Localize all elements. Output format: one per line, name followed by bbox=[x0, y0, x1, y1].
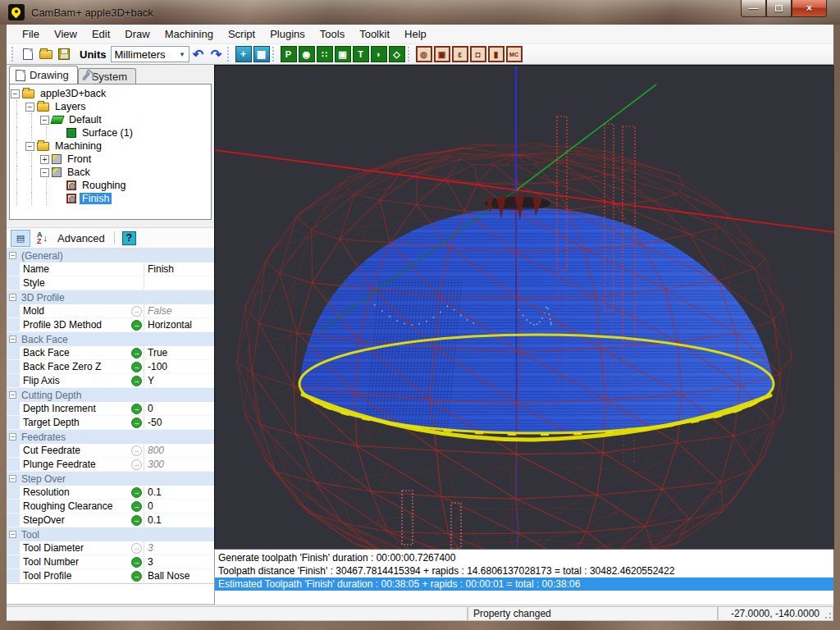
3d-viewport[interactable] bbox=[214, 65, 833, 549]
collapse-icon[interactable]: − bbox=[9, 294, 16, 301]
category-row[interactable]: −Back Face bbox=[7, 332, 214, 346]
tree-item-roughing[interactable]: −Roughing bbox=[10, 179, 211, 192]
property-value[interactable]: 0.1 bbox=[144, 514, 214, 527]
property-row[interactable]: Tool Diameter→3 bbox=[7, 541, 214, 555]
property-value[interactable]: 0 bbox=[144, 500, 214, 513]
new-file-button[interactable] bbox=[20, 46, 36, 62]
property-value[interactable]: 300 bbox=[144, 458, 214, 471]
property-value[interactable]: 800 bbox=[144, 444, 214, 457]
tree-item-layers[interactable]: −Layers bbox=[10, 100, 211, 113]
menu-item-plugins[interactable]: Plugins bbox=[262, 25, 313, 43]
property-value[interactable]: 3 bbox=[144, 555, 214, 568]
category-row[interactable]: −Step Over bbox=[7, 472, 214, 486]
sort-alphabetical-button[interactable]: AZ ↓ bbox=[37, 231, 48, 244]
category-row[interactable]: −Feedrates bbox=[7, 430, 214, 444]
property-value[interactable]: True bbox=[144, 346, 214, 359]
menu-item-edit[interactable]: Edit bbox=[84, 25, 117, 43]
pocket-mop-button[interactable]: ▣ bbox=[434, 46, 450, 62]
property-row[interactable]: Tool Number→3 bbox=[7, 555, 214, 569]
category-row[interactable]: −Cutting Depth bbox=[7, 388, 214, 402]
arc-button[interactable]: ◗ bbox=[371, 46, 387, 62]
drill-mop-button[interactable]: ◘ bbox=[470, 46, 486, 62]
title-bar[interactable]: CamBam+ apple3D+back — × bbox=[0, 0, 840, 25]
tree-expander-icon[interactable]: − bbox=[25, 142, 34, 151]
tree-expander-icon[interactable]: − bbox=[40, 168, 49, 177]
menu-item-view[interactable]: View bbox=[47, 25, 84, 43]
property-value[interactable]: False bbox=[144, 304, 214, 317]
tree-item-back[interactable]: −Back bbox=[10, 166, 211, 179]
engrave-mop-button[interactable]: ε bbox=[452, 46, 468, 62]
property-value[interactable] bbox=[144, 276, 214, 290]
tab-drawing[interactable]: Drawing bbox=[9, 66, 78, 84]
property-value[interactable]: Horizontal bbox=[144, 318, 214, 331]
tree-item-finish[interactable]: −Finish bbox=[10, 192, 211, 205]
toolbar-grip-handle[interactable] bbox=[11, 47, 17, 62]
save-file-button[interactable] bbox=[56, 46, 72, 62]
resize-grip[interactable] bbox=[822, 609, 832, 619]
property-row[interactable]: Target Depth→-50 bbox=[7, 416, 214, 430]
profile-mop-button[interactable]: ◎ bbox=[416, 46, 432, 62]
tree-item-machining[interactable]: −Machining bbox=[10, 139, 211, 153]
tree-item-surface-1[interactable]: −Surface (1) bbox=[10, 126, 211, 139]
redo-button[interactable]: ↷ bbox=[208, 46, 225, 62]
toolbar-grip-handle[interactable] bbox=[227, 47, 233, 62]
collapse-icon[interactable]: − bbox=[9, 433, 16, 441]
help-button[interactable]: ? bbox=[122, 231, 136, 245]
property-value[interactable]: 0 bbox=[144, 402, 214, 415]
message-line[interactable]: Generate toolpath 'Finish' duration : 00… bbox=[215, 551, 833, 564]
polyline-button[interactable]: P bbox=[281, 46, 297, 62]
gcode-button[interactable]: MC bbox=[506, 46, 523, 62]
property-row[interactable]: Back Face Zero Z→-100 bbox=[7, 360, 214, 374]
message-line[interactable]: Estimated Toolpath 'Finish' duration : 0… bbox=[215, 578, 833, 591]
property-value[interactable]: 3 bbox=[144, 541, 214, 555]
menu-item-file[interactable]: File bbox=[15, 25, 47, 43]
property-row[interactable]: Resolution→0.1 bbox=[7, 486, 214, 500]
property-value[interactable]: -50 bbox=[144, 416, 214, 429]
menu-item-draw[interactable]: Draw bbox=[117, 25, 157, 43]
minimize-button[interactable]: — bbox=[741, 0, 766, 17]
tree-item-apple3d-back[interactable]: −apple3D+back bbox=[10, 87, 211, 100]
property-row[interactable]: Mold→False bbox=[7, 304, 214, 318]
collapse-icon[interactable]: − bbox=[9, 336, 16, 343]
menu-item-toolkit[interactable]: Toolkit bbox=[352, 25, 397, 43]
surface-button[interactable]: ◇ bbox=[389, 46, 405, 62]
maximize-button[interactable] bbox=[766, 0, 792, 17]
collapse-icon[interactable]: − bbox=[9, 475, 16, 482]
property-value[interactable]: 0.1 bbox=[144, 486, 214, 499]
undo-button[interactable]: ↶ bbox=[190, 46, 207, 62]
grid-display-button[interactable]: ▦ bbox=[253, 46, 270, 62]
tree-expander-icon[interactable]: − bbox=[25, 103, 34, 112]
tree-expander-icon[interactable]: − bbox=[40, 116, 49, 125]
collapse-icon[interactable]: − bbox=[9, 252, 16, 259]
advanced-label[interactable]: Advanced bbox=[57, 232, 105, 244]
categorized-view-button[interactable]: ▤ bbox=[11, 230, 30, 247]
property-row[interactable]: Flip Axis→Y bbox=[7, 374, 214, 388]
property-row[interactable]: StepOver→0.1 bbox=[7, 514, 214, 527]
menu-item-help[interactable]: Help bbox=[397, 25, 434, 43]
property-value[interactable]: Finish bbox=[144, 262, 214, 276]
property-value[interactable]: Ball Nose bbox=[144, 569, 214, 582]
category-row[interactable]: −Tool bbox=[7, 527, 214, 541]
menu-item-script[interactable]: Script bbox=[221, 25, 262, 43]
collapse-icon[interactable]: − bbox=[9, 391, 16, 399]
property-row[interactable]: NameFinish bbox=[7, 262, 214, 276]
menu-item-machining[interactable]: Machining bbox=[158, 25, 221, 43]
property-value[interactable]: Y bbox=[144, 374, 214, 387]
property-row[interactable]: Tool Profile→Ball Nose bbox=[7, 569, 214, 583]
collapse-icon[interactable]: − bbox=[9, 531, 16, 538]
text-button[interactable]: T bbox=[353, 46, 369, 62]
toolbar-grip-handle[interactable] bbox=[272, 47, 278, 62]
units-dropdown[interactable]: Millimeters▾ bbox=[111, 46, 189, 62]
property-row[interactable]: Cut Feedrate→800 bbox=[7, 444, 214, 458]
category-row[interactable]: −(General) bbox=[7, 249, 214, 262]
tree-expander-icon[interactable]: − bbox=[11, 89, 20, 98]
property-row[interactable]: Style bbox=[7, 276, 214, 290]
category-row[interactable]: −3D Profile bbox=[7, 290, 214, 304]
tree-item-front[interactable]: +Front bbox=[10, 153, 211, 166]
open-file-button[interactable] bbox=[38, 46, 54, 62]
rectangle-button[interactable]: ▣ bbox=[335, 46, 351, 62]
toolbar-grip-handle[interactable] bbox=[408, 47, 413, 62]
tree-expander-icon[interactable]: + bbox=[40, 155, 49, 164]
menu-item-tools[interactable]: Tools bbox=[313, 25, 352, 43]
tree-item-default[interactable]: −Default bbox=[10, 113, 211, 126]
